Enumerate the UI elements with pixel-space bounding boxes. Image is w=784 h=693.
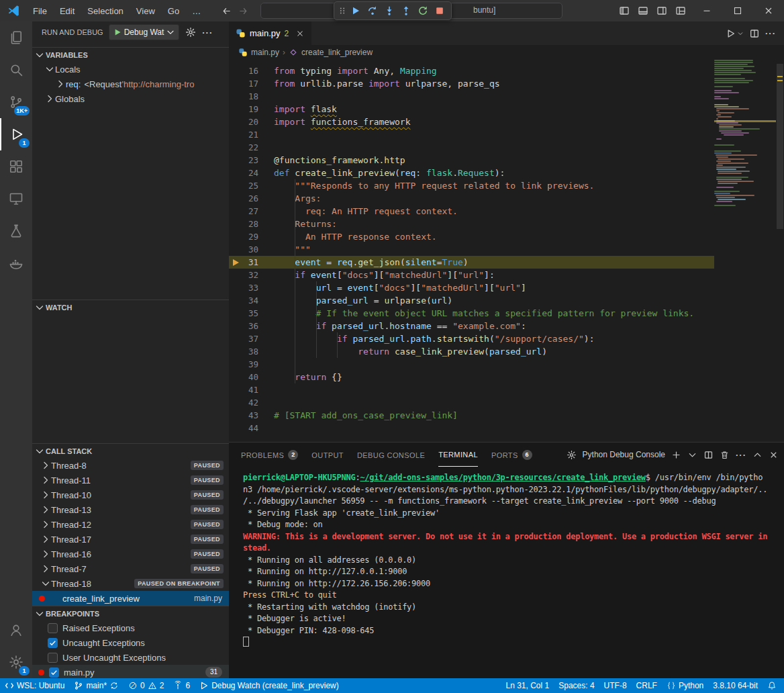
activity-source-control[interactable]: 1K+	[0, 86, 32, 118]
chevron-right-icon[interactable]	[40, 460, 51, 471]
cursor-position[interactable]: Ln 31, Col 1	[501, 678, 554, 693]
back-arrow-icon[interactable]	[222, 6, 232, 16]
menu-selection[interactable]: Selection	[81, 4, 129, 18]
activity-settings[interactable]: 1	[0, 646, 32, 678]
line-number[interactable]: 33	[229, 281, 258, 294]
line-number[interactable]: 42	[229, 396, 258, 409]
section-variables[interactable]: VARIABLES	[32, 47, 229, 62]
breadcrumb-symbol[interactable]: create_link_preview	[301, 48, 373, 57]
section-breakpoints[interactable]: BREAKPOINTS	[32, 606, 229, 620]
stop-button[interactable]	[431, 3, 448, 19]
toggle-panel-button[interactable]	[634, 0, 652, 21]
code-line-36[interactable]: 36 if parsed_url.hostname == "example.co…	[229, 320, 714, 332]
breadcrumb-file[interactable]: main.py	[251, 48, 279, 57]
code-line-34[interactable]: 34 parsed_url = urlparse(url)	[229, 294, 714, 307]
callstack-frame[interactable]: create_link_previewmain.py	[32, 591, 229, 606]
customize-layout-button[interactable]	[671, 0, 690, 21]
breakpoint-main-py[interactable]: main.py31	[32, 665, 229, 678]
menu-edit[interactable]: Edit	[54, 4, 81, 18]
line-number[interactable]: 29	[229, 230, 258, 243]
restart-button[interactable]	[414, 3, 431, 19]
run-python-file-button[interactable]	[725, 28, 736, 39]
python-interpreter[interactable]: 3.8.10 64-bit	[708, 678, 763, 693]
indentation[interactable]: Spaces: 4	[554, 678, 599, 693]
callstack-thread-thread-17[interactable]: Thread-17PAUSED	[32, 532, 229, 547]
chevron-right-icon[interactable]	[40, 563, 51, 574]
code-line-17[interactable]: 17from urllib.parse import urlparse, par…	[229, 77, 714, 90]
code-line-33[interactable]: 33 url = event["docs"]["matchedUrl"]["ur…	[229, 281, 714, 294]
code-line-29[interactable]: 29 An HTTP response context.	[229, 230, 714, 243]
line-number[interactable]: 17	[229, 77, 258, 90]
code-line-37[interactable]: 37 if parsed_url.path.startswith("/suppo…	[229, 332, 714, 345]
line-number[interactable]: 18	[229, 90, 258, 103]
code-line-27[interactable]: 27 req: An HTTP request context.	[229, 205, 714, 218]
variable-req[interactable]: req: <Request 'http://charming-tro	[32, 77, 229, 91]
code-line-22[interactable]: 22	[229, 141, 714, 154]
ports-status[interactable]: 6	[168, 678, 195, 693]
menu-item[interactable]: …	[186, 4, 207, 18]
callstack-thread-thread-7[interactable]: Thread-7PAUSED	[32, 561, 229, 576]
line-number[interactable]: 24	[229, 167, 258, 179]
line-number[interactable]: 23	[229, 154, 258, 167]
code-line-35[interactable]: 35 # If the event object URL matches a s…	[229, 307, 714, 320]
editor-scrollbar[interactable]	[776, 60, 784, 442]
line-number[interactable]: 41	[229, 383, 258, 396]
new-terminal-button[interactable]	[671, 450, 681, 460]
panel-tab-terminal[interactable]: TERMINAL	[438, 443, 478, 467]
activity-remote-explorer[interactable]	[0, 183, 32, 215]
chevron-right-icon[interactable]	[40, 534, 51, 545]
code-line-39[interactable]: 39	[229, 358, 714, 371]
line-number[interactable]: 22	[229, 141, 258, 154]
maximize-panel-button[interactable]	[752, 450, 763, 460]
chevron-right-icon[interactable]	[40, 519, 51, 530]
debug-status[interactable]: Debug Watch (create_link_preview)	[195, 678, 344, 693]
split-terminal-button[interactable]	[703, 450, 714, 460]
line-number[interactable]: 43	[229, 409, 258, 422]
branch-status[interactable]: main*	[69, 678, 124, 693]
code-line-20[interactable]: 20import functions_framework	[229, 116, 714, 128]
line-number[interactable]: 35	[229, 307, 258, 320]
eol-sequence[interactable]: CRLF	[632, 678, 662, 693]
line-number[interactable]: 20	[229, 116, 258, 128]
tab-main-py[interactable]: main.py 2	[229, 21, 311, 45]
activity-search[interactable]	[0, 54, 32, 86]
line-number[interactable]: 28	[229, 218, 258, 230]
line-number[interactable]: 30	[229, 243, 258, 256]
toggle-sidebar-button[interactable]	[615, 0, 634, 21]
run-dropdown-chevron-icon[interactable]	[737, 30, 744, 37]
code-line-31[interactable]: 31 event = req.get_json(silent=True)	[229, 256, 714, 269]
breakpoint-checkbox[interactable]	[48, 638, 58, 648]
menu-file[interactable]: File	[27, 4, 53, 18]
forward-arrow-icon[interactable]	[238, 6, 248, 16]
notifications[interactable]	[763, 678, 781, 693]
code-line-25[interactable]: 25 """Responds to any HTTP request relat…	[229, 179, 714, 192]
line-number[interactable]: 16	[229, 64, 258, 77]
code-line-26[interactable]: 26 Args:	[229, 192, 714, 205]
code-line-40[interactable]: 40 return {}	[229, 371, 714, 383]
code-line-23[interactable]: 23@functions_framework.http	[229, 154, 714, 167]
code-line-43[interactable]: 43# [START add_ons_case_preview_link]	[229, 409, 714, 422]
activity-testing[interactable]	[0, 215, 32, 247]
breakpoint-checkbox[interactable]	[48, 623, 58, 633]
code-line-41[interactable]: 41	[229, 383, 714, 396]
breakpoint-checkbox[interactable]	[48, 653, 58, 663]
section-call-stack[interactable]: CALL STACK	[32, 443, 229, 458]
close-panel-button[interactable]	[769, 450, 779, 460]
step-over-button[interactable]	[364, 3, 381, 19]
panel-tab-output[interactable]: OUTPUT	[311, 443, 344, 467]
activity-docker[interactable]	[0, 247, 32, 279]
panel-tab-problems[interactable]: PROBLEMS2	[241, 443, 298, 467]
close-window-button[interactable]	[753, 0, 784, 21]
start-debugging-icon[interactable]	[113, 28, 122, 37]
breakpoint-uncaught-exceptions[interactable]: Uncaught Exceptions	[32, 635, 229, 650]
code-line-18[interactable]: 18	[229, 90, 714, 103]
variables-scope-globals[interactable]: Globals	[32, 91, 229, 106]
line-number[interactable]: 36	[229, 320, 258, 332]
activity-explorer[interactable]	[0, 21, 32, 54]
panel-more-actions-button[interactable]: ···	[736, 450, 746, 460]
chevron-right-icon[interactable]	[40, 504, 51, 515]
line-number[interactable]: 37	[229, 332, 258, 345]
active-terminal-name[interactable]: Python Debug Console	[583, 450, 665, 459]
menu-go[interactable]: Go	[162, 4, 185, 18]
encoding[interactable]: UTF-8	[599, 678, 632, 693]
